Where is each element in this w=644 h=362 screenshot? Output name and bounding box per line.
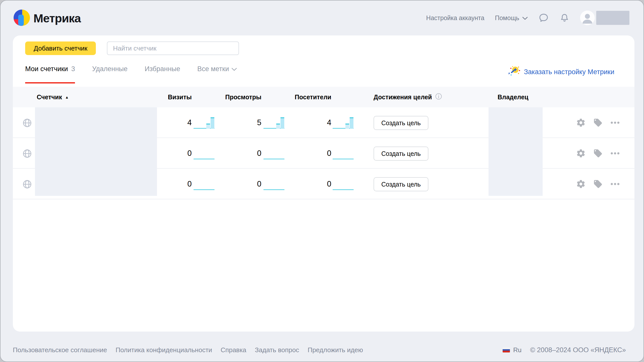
column-counter-sort[interactable]: Счетчик ▲: [37, 87, 69, 107]
column-goals-label: Достижения целей: [374, 94, 432, 101]
tab-my-counters-label: Мои счетчики: [25, 65, 68, 73]
row-actions: [576, 107, 620, 138]
create-goal-button[interactable]: Создать цель: [374, 147, 428, 161]
tabs-row: Мои счетчики 3 Удаленные Избранные Все м…: [25, 65, 614, 88]
avatar: [580, 11, 595, 25]
info-icon[interactable]: [435, 93, 442, 101]
visits-value: 0: [187, 179, 192, 189]
tab-my-counters[interactable]: Мои счетчики 3: [25, 65, 75, 83]
visitors-value: 4: [327, 118, 331, 127]
tab-deleted[interactable]: Удаленные: [92, 65, 128, 83]
settings-gear-icon[interactable]: [576, 118, 586, 127]
labels-filter-dropdown[interactable]: Все метки: [197, 65, 237, 83]
globe-icon: [22, 149, 32, 160]
footer-right: Ru © 2008–2024 ООО «ЯНДЕКС»: [503, 346, 626, 354]
views-value: 0: [257, 179, 261, 189]
views-value: 5: [257, 118, 261, 127]
order-setup-label: Заказать настройку Метрики: [524, 68, 614, 76]
visits-sparkline: [193, 116, 215, 130]
column-views: Просмотры: [225, 87, 261, 107]
views-sparkline: [263, 146, 285, 160]
tag-icon[interactable]: [593, 118, 603, 127]
views-sparkline: [263, 116, 285, 130]
table-header: Счетчик ▲ Визиты Просмотры Посетители До…: [13, 87, 634, 107]
create-goal-button[interactable]: Создать цель: [374, 116, 428, 130]
visitors-sparkline: [333, 177, 354, 191]
tag-icon[interactable]: [593, 179, 603, 189]
visits-value: 0: [187, 149, 192, 158]
create-goal-button[interactable]: Создать цель: [374, 177, 428, 191]
tag-icon[interactable]: [593, 149, 603, 158]
chevron-down-icon: [522, 14, 528, 22]
brand-home-link[interactable]: Метрика: [14, 10, 81, 27]
top-bar: Метрика Настройка аккаунта Помощь: [1, 1, 643, 35]
visits-sparkline: [193, 146, 215, 160]
column-visitors: Посетители: [295, 87, 331, 107]
row-actions: [576, 169, 620, 199]
globe-icon: [22, 179, 32, 190]
more-actions-icon[interactable]: [610, 121, 620, 124]
counters-toolbar: Добавить счетчик: [25, 41, 239, 55]
views-sparkline: [263, 177, 285, 191]
metrika-logo-icon: [14, 10, 30, 27]
footer-link-ask-question[interactable]: Задать вопрос: [255, 346, 299, 354]
footer-link-privacy[interactable]: Политика конфиденциальности: [116, 346, 212, 354]
more-actions-icon[interactable]: [610, 183, 620, 186]
language-label: Ru: [513, 346, 521, 354]
views-value: 0: [257, 149, 261, 158]
notifications-bell-icon[interactable]: [559, 13, 570, 23]
column-visits: Визиты: [168, 87, 192, 107]
top-nav: Настройка аккаунта Помощь: [426, 1, 629, 35]
more-actions-icon[interactable]: [610, 152, 620, 155]
brand-title: Метрика: [33, 11, 81, 25]
visitors-value: 0: [327, 149, 331, 158]
owner-redacted: [489, 107, 543, 196]
globe-icon: [22, 118, 32, 129]
visitors-value: 0: [327, 179, 331, 189]
footer-link-help[interactable]: Справка: [221, 346, 246, 354]
visits-value: 4: [187, 118, 192, 127]
user-account[interactable]: [580, 11, 629, 25]
row-actions: [576, 138, 620, 169]
column-goals: Достижения целей: [374, 87, 442, 107]
settings-gear-icon[interactable]: [576, 149, 586, 158]
visitors-sparkline: [333, 116, 354, 130]
labels-filter-label: Все метки: [197, 65, 229, 73]
footer-links: Пользовательское соглашение Политика кон…: [13, 346, 363, 354]
column-owner: Владелец: [498, 87, 528, 107]
visitors-sparkline: [333, 146, 354, 160]
add-counter-button[interactable]: Добавить счетчик: [25, 41, 96, 55]
visits-sparkline: [193, 177, 215, 191]
magic-wand-icon: [509, 65, 520, 79]
table-body: 4 5 4 Создать цель: [13, 107, 634, 199]
nav-help-menu[interactable]: Помощь: [495, 14, 528, 22]
russia-flag-icon: [503, 347, 510, 352]
nav-help-label: Помощь: [495, 14, 519, 22]
order-setup-link[interactable]: Заказать настройку Метрики: [509, 65, 614, 79]
username-redacted: [596, 11, 629, 25]
counter-name-redacted: [35, 107, 157, 196]
chevron-down-icon: [231, 65, 237, 73]
copyright: © 2008–2024 ООО «ЯНДЕКС»: [530, 346, 626, 354]
sort-asc-icon: ▲: [65, 95, 69, 99]
app-window: Метрика Настройка аккаунта Помощь: [0, 0, 644, 362]
column-counter-label: Счетчик: [37, 94, 62, 101]
counters-card: Добавить счетчик Мои счетчики 3 Удаленны…: [13, 35, 634, 332]
footer-link-terms[interactable]: Пользовательское соглашение: [13, 346, 107, 354]
footer: Пользовательское соглашение Политика кон…: [1, 338, 643, 361]
footer-link-suggest-idea[interactable]: Предложить идею: [308, 346, 363, 354]
settings-gear-icon[interactable]: [576, 179, 586, 189]
tab-favorites[interactable]: Избранные: [145, 65, 180, 83]
tab-my-counters-count: 3: [71, 65, 75, 73]
nav-account-settings[interactable]: Настройка аккаунта: [426, 14, 484, 22]
search-counter-input[interactable]: [107, 41, 239, 55]
language-switcher[interactable]: Ru: [503, 346, 521, 354]
chat-icon[interactable]: [538, 13, 549, 23]
